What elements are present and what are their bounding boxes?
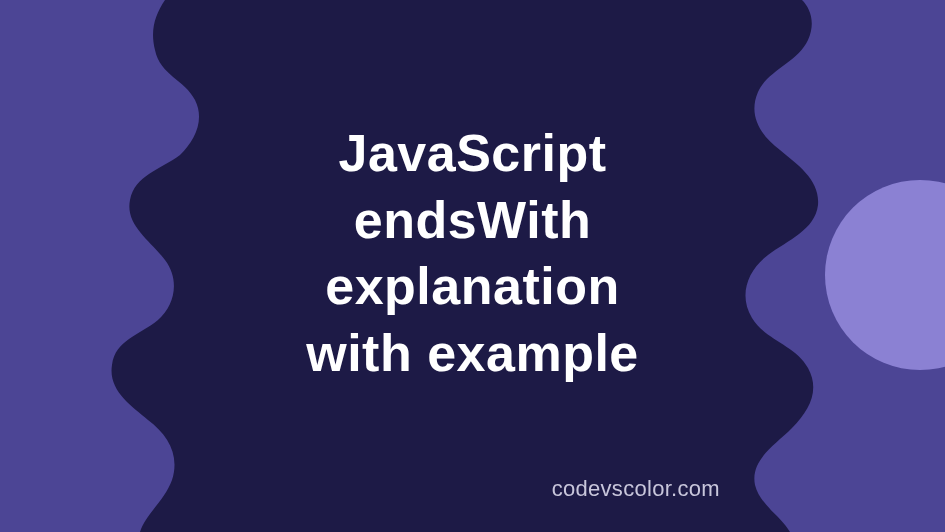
banner-canvas: JavaScript endsWith explanation with exa…	[0, 0, 945, 532]
banner-title: JavaScript endsWith explanation with exa…	[306, 120, 639, 386]
banner-footer-url: codevscolor.com	[552, 476, 720, 502]
svg-point-0	[825, 180, 945, 370]
